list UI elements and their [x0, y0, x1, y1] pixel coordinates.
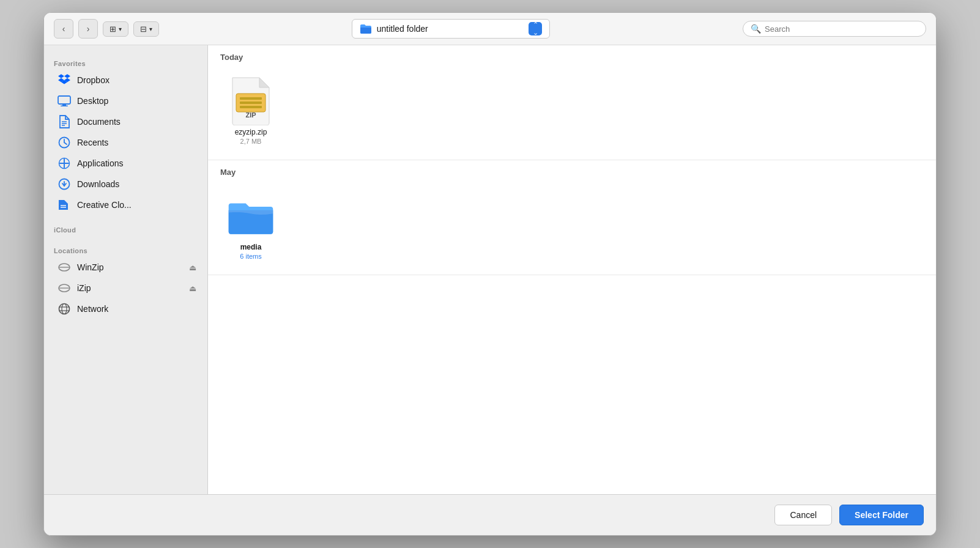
sidebar-item-applications[interactable]: Applications	[48, 154, 204, 173]
sidebar-izip-label: iZip	[77, 283, 91, 293]
select-folder-button[interactable]: Select Folder	[839, 505, 924, 525]
folder-name-label: untitled folder	[377, 24, 524, 34]
ezyzip-meta: 2,7 MB	[240, 138, 262, 145]
search-icon: 🔍	[751, 24, 761, 34]
desktop-icon	[58, 94, 71, 108]
creative-cloud-icon	[58, 198, 71, 212]
documents-icon	[58, 115, 71, 128]
svg-text:ZIP: ZIP	[245, 111, 256, 119]
forward-button[interactable]: ›	[78, 19, 98, 39]
winzip-drive-icon	[58, 261, 71, 274]
svg-point-18	[59, 304, 70, 314]
today-files-grid: ZIP ezyzip.zip 2,7 MB	[208, 67, 936, 160]
sidebar-item-creative[interactable]: Creative Clo...	[48, 195, 204, 215]
folder-media-icon	[226, 191, 275, 240]
today-section: Today	[208, 45, 936, 160]
today-header: Today	[208, 45, 936, 67]
folder-location-pill[interactable]: untitled folder ⌃⌄	[352, 19, 551, 39]
favorites-label: Favorites	[44, 55, 207, 70]
may-header: May	[208, 160, 936, 182]
current-folder-icon	[360, 23, 372, 34]
search-input[interactable]	[765, 24, 918, 34]
main-content: Today	[208, 45, 936, 494]
file-picker-dialog: ‹ › ⊞ ▾ ⊟ ▾ untitled folder ⌃⌄ 🔍	[43, 12, 937, 536]
zip-file-icon: ZIP	[226, 76, 275, 125]
icloud-label: iCloud	[44, 221, 207, 236]
grid-icon: ⊞	[110, 24, 116, 34]
may-files-grid: media 6 items	[208, 182, 936, 275]
cancel-button[interactable]: Cancel	[774, 505, 832, 525]
downloads-icon	[58, 177, 71, 191]
sidebar-network-label: Network	[77, 304, 108, 314]
sidebar: Favorites Dropbox	[44, 45, 208, 494]
sidebar-desktop-label: Desktop	[77, 96, 108, 106]
file-item-ezyzip[interactable]: ZIP ezyzip.zip 2,7 MB	[220, 72, 281, 150]
sidebar-dropbox-label: Dropbox	[77, 75, 110, 85]
svg-point-19	[62, 304, 67, 314]
sidebar-item-network[interactable]: Network	[48, 299, 204, 319]
network-icon	[58, 302, 71, 316]
sidebar-applications-label: Applications	[77, 158, 124, 168]
view-grid-button[interactable]: ⊞ ▾	[103, 21, 128, 37]
svg-rect-2	[61, 106, 68, 107]
sidebar-item-downloads[interactable]: Downloads	[48, 174, 204, 194]
back-button[interactable]: ‹	[54, 19, 73, 39]
dialog-body: Favorites Dropbox	[44, 45, 936, 494]
locations-label: Locations	[44, 242, 207, 257]
view-group-button[interactable]: ⊟ ▾	[133, 21, 159, 37]
media-folder-name: media	[240, 243, 262, 251]
folder-chevron: ⌃⌄	[529, 22, 542, 35]
sidebar-item-documents[interactable]: Documents	[48, 112, 204, 131]
izip-eject-icon[interactable]: ⏏	[189, 284, 196, 293]
toolbar: ‹ › ⊞ ▾ ⊟ ▾ untitled folder ⌃⌄ 🔍	[44, 13, 936, 45]
sidebar-winzip-label: WinZip	[77, 262, 104, 272]
sidebar-documents-label: Documents	[77, 117, 121, 127]
may-section: May	[208, 160, 936, 275]
dropbox-icon	[58, 73, 71, 87]
group-dropdown-arrow: ▾	[149, 26, 152, 32]
izip-drive-icon	[58, 281, 71, 295]
sidebar-item-recents[interactable]: Recents	[48, 133, 204, 152]
sidebar-creative-label: Creative Clo...	[77, 200, 132, 210]
sidebar-downloads-label: Downloads	[77, 179, 119, 189]
sidebar-recents-label: Recents	[77, 138, 108, 147]
sidebar-item-dropbox[interactable]: Dropbox	[48, 70, 204, 90]
grid-dropdown-arrow: ▾	[119, 26, 122, 32]
winzip-eject-icon[interactable]: ⏏	[189, 263, 196, 272]
file-item-media[interactable]: media 6 items	[220, 187, 281, 265]
ezyzip-name: ezyzip.zip	[235, 128, 267, 136]
sidebar-item-izip[interactable]: iZip ⏏	[48, 278, 204, 298]
svg-rect-0	[58, 96, 70, 104]
svg-rect-26	[240, 106, 262, 108]
applications-icon	[58, 157, 71, 170]
group-icon: ⊟	[140, 24, 147, 34]
media-folder-meta: 6 items	[240, 253, 261, 260]
sidebar-item-desktop[interactable]: Desktop	[48, 91, 204, 111]
search-box[interactable]: 🔍	[743, 21, 926, 37]
recents-icon	[58, 136, 71, 149]
svg-rect-25	[240, 102, 262, 104]
svg-rect-24	[240, 97, 262, 100]
sidebar-item-winzip[interactable]: WinZip ⏏	[48, 257, 204, 277]
dialog-footer: Cancel Select Folder	[44, 494, 936, 535]
